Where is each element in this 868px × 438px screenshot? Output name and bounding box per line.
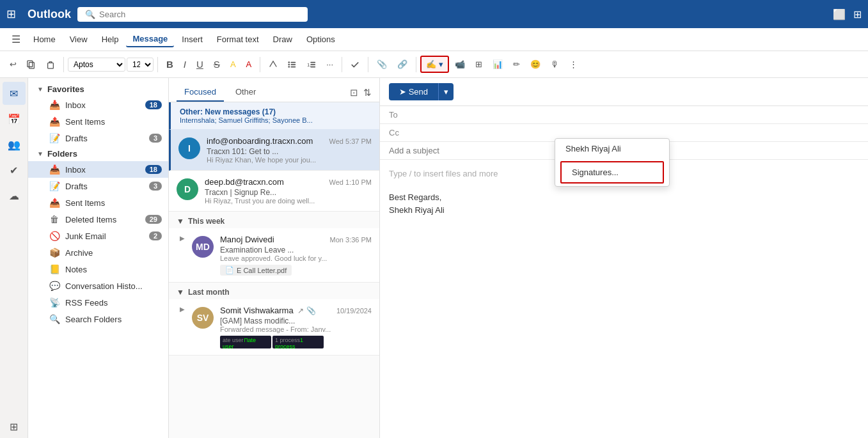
email-sender: info@onboarding.tracxn.com [207,136,313,146]
sticker-button[interactable]: 😊 [526,57,545,72]
this-week-header[interactable]: ▼ This week [169,212,379,228]
menu-view[interactable]: View [63,32,94,47]
favorites-section-header[interactable]: ▼ Favorites [28,82,168,97]
last-month-header[interactable]: ▼ Last month [169,283,379,299]
menu-insert[interactable]: Insert [175,32,209,47]
paste-button[interactable] [42,58,59,72]
cc-input[interactable] [409,128,859,137]
format-painter-button[interactable] [264,58,282,72]
more-button[interactable]: ··· [322,57,338,72]
hamburger-icon[interactable]: ☰ [6,31,26,48]
nav-search-folders[interactable]: 🔍 Search Folders [28,311,168,327]
font-selector[interactable]: Aptos [68,58,125,72]
draw-button[interactable]: ✏ [509,57,525,72]
nav-rss[interactable]: 📡 RSS Feeds [28,294,168,311]
send-dropdown-arrow[interactable]: ▾ [439,83,454,100]
font-size-selector[interactable]: 12 [127,58,154,72]
rss-icon: 📡 [49,297,60,308]
bold-button[interactable]: B [162,56,178,72]
numbering-button[interactable]: 1. [303,58,320,72]
more2-button[interactable]: ⋮ [565,57,582,72]
nav-favorites-inbox[interactable]: 📥 Inbox 18 [28,97,168,113]
nav-notes[interactable]: 📒 Notes [28,261,168,278]
nav-label: Drafts [65,134,149,143]
italic-button[interactable]: I [179,56,191,72]
highlight-button[interactable]: A [226,57,241,72]
sidebar-onedrive-icon[interactable]: ☁ [3,184,26,207]
email-tabs: Focused Other ⊡ ⇅ [169,78,379,102]
dropdown-signatures[interactable]: Signatures... [560,161,664,184]
dropdown-user-name[interactable]: Shekh Riyaj Ali [555,139,669,159]
sort-icon[interactable]: ⇅ [363,87,372,98]
undo-button[interactable]: ↩ [5,57,21,72]
search-box[interactable]: 🔍 [77,7,308,22]
folders-section-header[interactable]: ▼ Folders [28,146,168,161]
favorites-label: Favorites [47,84,84,94]
to-input[interactable] [409,110,859,120]
tab-other[interactable]: Other [228,83,264,102]
email-sender: Manoj Dwivedi [220,235,274,244]
email-subject: Tracxn 101: Get to ... [207,147,372,156]
notes-icon: 📒 [49,264,60,274]
grid-icon[interactable]: ⊞ [6,7,16,21]
sidebar-calendar-icon[interactable]: 📅 [3,107,26,130]
email-item[interactable]: ▶ MD Manoj Dwivedi Mon 3:36 PM Examinati… [169,228,379,283]
email-sender: Somit Vishwakarma [220,306,294,315]
nav-favorites-drafts[interactable]: 📝 Drafts 3 [28,130,168,146]
nav-favorites-sent[interactable]: 📤 Sent Items [28,113,168,130]
nav-sent[interactable]: 📤 Sent Items [28,194,168,211]
email-item[interactable]: ▶ SV Somit Vishwakarma ↗ 📎 10/19/2024 [G… [169,299,379,356]
send-button[interactable]: ➤ Send ▾ [389,83,454,100]
menu-draw[interactable]: Draw [267,32,299,47]
strikethrough-button[interactable]: S [209,56,225,72]
send-label[interactable]: ➤ Send [389,83,439,100]
email-item[interactable]: I info@onboarding.tracxn.com Wed 5:37 PM… [169,130,379,171]
nav-drafts[interactable]: 📝 Drafts 3 [28,178,168,194]
email-time: Wed 1:10 PM [329,178,372,186]
menu-message[interactable]: Message [126,31,174,47]
svg-rect-2 [48,63,54,68]
filter-icon[interactable]: ⊡ [350,87,358,98]
sidebar-apps-icon[interactable]: ⊞ [3,415,26,438]
toolbar: ↩ Aptos 12 B I U S A A 1. ··· 📎 🔗 ✍ ▾ 📹 … [0,51,868,78]
nav-label: Junk Email [65,231,149,241]
email-content: deep.bd@tracxn.com Wed 1:10 PM Tracxn | … [205,177,372,205]
tab-focused[interactable]: Focused [177,83,224,102]
nav-archive[interactable]: 📦 Archive [28,244,168,261]
sidebar-todo-icon[interactable]: ✔ [3,159,26,182]
chart-button[interactable]: 📊 [488,57,507,72]
grid-apps-icon[interactable]: ⊞ [853,8,862,20]
underline-button[interactable]: U [192,56,208,72]
screen-share-icon[interactable]: ⬜ [833,8,846,20]
menu-format-text[interactable]: Format text [210,32,265,47]
nav-junk[interactable]: 🚫 Junk Email 2 [28,228,168,244]
sidebar-people-icon[interactable]: 👥 [3,133,26,156]
email-item[interactable]: D deep.bd@tracxn.com Wed 1:10 PM Tracxn … [169,171,379,212]
bullets-button[interactable] [283,58,301,72]
separator5 [368,57,368,72]
nav-inbox[interactable]: 📥 Inbox 18 [28,161,168,178]
dictate-button[interactable]: 🎙 [546,57,564,72]
font-color-button[interactable]: A [242,57,256,72]
table-button[interactable]: ⊞ [471,57,487,72]
expand-btn[interactable]: ▶ [177,306,188,313]
other-banner[interactable]: Other: New messages (17) Internshala; Sa… [169,102,379,130]
nav-label: Notes [65,265,162,274]
link-button[interactable]: 🔗 [393,57,412,72]
format-check-button[interactable] [346,58,364,72]
search-input[interactable] [99,10,300,19]
nav-conversation-history[interactable]: 💬 Conversation Histo... [28,278,168,294]
nav-label: Search Folders [65,315,162,324]
menu-help[interactable]: Help [95,32,125,47]
menu-options[interactable]: Options [300,32,342,47]
sent-folder-icon: 📤 [49,198,60,208]
expand-btn[interactable]: ▶ [177,235,188,242]
video-button[interactable]: 📹 [450,57,470,72]
menu-home[interactable]: Home [27,32,62,47]
copy-button[interactable] [22,58,40,72]
attach-button[interactable]: 📎 [372,57,391,72]
nav-deleted[interactable]: 🗑 Deleted Items 29 [28,211,168,228]
sidebar-mail-icon[interactable]: ✉ [3,82,26,105]
drafts-badge: 3 [149,134,162,143]
signature-button[interactable]: ✍ ▾ [420,56,449,73]
